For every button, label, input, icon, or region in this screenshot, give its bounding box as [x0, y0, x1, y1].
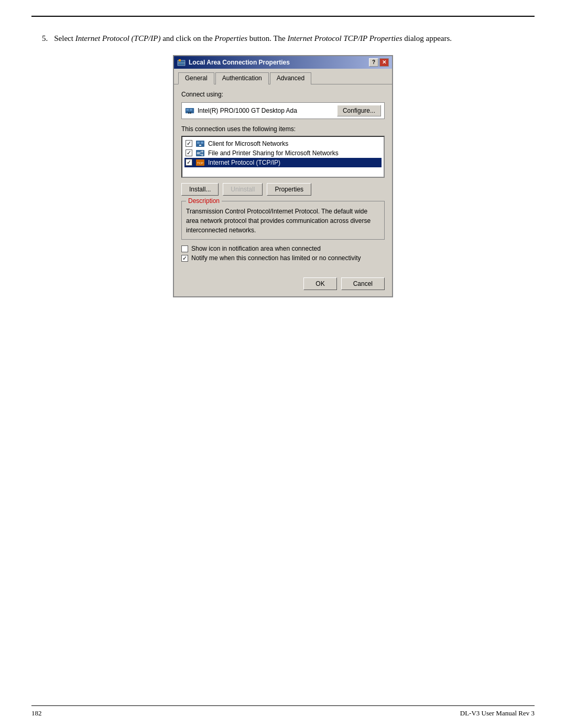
step-italic-3: Internet Protocol TCP/IP Properties: [287, 34, 402, 42]
tabs-row: General Authentication Advanced: [174, 69, 392, 84]
svg-rect-6: [189, 112, 190, 113]
dialog-title: Local Area Connection Properties: [189, 59, 290, 66]
connect-row: Intel(R) PRO/1000 GT Desktop Ada Configu…: [181, 102, 385, 119]
svg-point-14: [201, 151, 203, 153]
notify-checkbox[interactable]: ✓: [181, 255, 188, 262]
item1-label: Client for Microsoft Networks: [208, 140, 288, 147]
page-footer: 182 DL-V3 User Manual Rev 3: [31, 705, 535, 718]
help-button[interactable]: ?: [369, 58, 378, 67]
svg-rect-1: [179, 59, 181, 61]
step-paragraph: 5.Select Internet Protocol (TCP/IP) and …: [31, 33, 535, 45]
step-text-3: button. The: [247, 34, 287, 42]
top-border: [31, 16, 535, 17]
show-icon-checkbox[interactable]: [181, 245, 188, 252]
svg-rect-5: [190, 109, 192, 110]
dialog-window-icon: [177, 58, 186, 67]
item1-checkbox[interactable]: ✓: [186, 140, 192, 147]
uninstall-button[interactable]: Uninstall: [223, 183, 263, 196]
tab-authentication[interactable]: Authentication: [215, 72, 269, 84]
svg-text:TCP: TCP: [197, 162, 203, 165]
list-item[interactable]: ✓ TCP Internet Protocol (TCP/IP): [184, 158, 382, 167]
configure-button[interactable]: Configure...: [337, 105, 381, 116]
show-icon-row[interactable]: Show icon in notification area when conn…: [181, 245, 385, 252]
svg-point-13: [197, 152, 200, 154]
list-item[interactable]: ✓ Client for Microsoft Networks: [184, 139, 382, 148]
description-group: Description Transmission Control Protoco…: [181, 201, 385, 240]
step-text-4: dialog appears.: [402, 34, 452, 42]
list-item[interactable]: ✓ File and Printer Sharing for Microsoft…: [184, 148, 382, 158]
action-buttons-row: Install... Uninstall Properties: [181, 183, 385, 196]
page: 5.Select Internet Protocol (TCP/IP) and …: [0, 0, 566, 728]
svg-point-15: [201, 154, 203, 156]
connect-using-label: Connect using:: [181, 91, 385, 98]
tab-advanced[interactable]: Advanced: [270, 72, 311, 84]
bottom-checks: Show icon in notification area when conn…: [181, 245, 385, 262]
manual-title: DL-V3 User Manual Rev 3: [460, 709, 535, 718]
item2-checkbox[interactable]: ✓: [186, 149, 192, 156]
item2-label: File and Printer Sharing for Microsoft N…: [208, 149, 339, 157]
step-italic-1: Internet Protocol (TCP/IP): [75, 34, 161, 42]
ok-button[interactable]: OK: [303, 277, 336, 290]
dialog-body: Connect using: Intel(R) PRO/1000 GT Desk…: [174, 84, 392, 273]
svg-rect-7: [190, 112, 191, 113]
item3-label: Internet Protocol (TCP/IP): [208, 159, 280, 166]
step-text-2: and click on the: [160, 34, 214, 42]
tcp-icon: TCP: [195, 159, 205, 166]
step-text-1: Select: [54, 34, 75, 42]
network-icon: [195, 140, 205, 147]
description-text: Transmission Control Protocol/Internet P…: [186, 207, 380, 235]
properties-button[interactable]: Properties: [267, 183, 311, 196]
titlebar-buttons: ? ✕: [369, 58, 389, 67]
notify-row[interactable]: ✓ Notify me when this connection has lim…: [181, 254, 385, 262]
titlebar-left: Local Area Connection Properties: [177, 58, 290, 67]
items-list: ✓ Client for Microsoft Networks ✓: [181, 136, 385, 178]
svg-rect-4: [186, 109, 189, 110]
svg-rect-11: [199, 145, 201, 146]
notify-label: Notify me when this connection has limit…: [191, 254, 361, 262]
page-number: 182: [31, 709, 42, 718]
items-label: This connection uses the following items…: [181, 125, 385, 133]
step-italic-2: Properties: [214, 34, 247, 42]
install-button[interactable]: Install...: [181, 183, 219, 196]
dialog-footer: OK Cancel: [174, 273, 392, 296]
adapter-icon: [185, 107, 194, 114]
svg-rect-10: [201, 142, 203, 144]
local-area-connection-dialog: Local Area Connection Properties ? ✕ Gen…: [173, 55, 393, 297]
share-icon: [195, 149, 205, 157]
tab-general[interactable]: General: [178, 72, 214, 84]
adapter-name: Intel(R) PRO/1000 GT Desktop Ada: [198, 107, 334, 114]
svg-rect-9: [197, 142, 200, 144]
description-legend: Description: [186, 197, 222, 205]
close-button[interactable]: ✕: [379, 58, 389, 67]
item3-checkbox[interactable]: ✓: [186, 159, 192, 166]
show-icon-label: Show icon in notification area when conn…: [191, 245, 321, 252]
step-number: 5.: [42, 34, 48, 42]
cancel-button[interactable]: Cancel: [341, 277, 385, 290]
dialog-titlebar: Local Area Connection Properties ? ✕: [174, 56, 392, 69]
